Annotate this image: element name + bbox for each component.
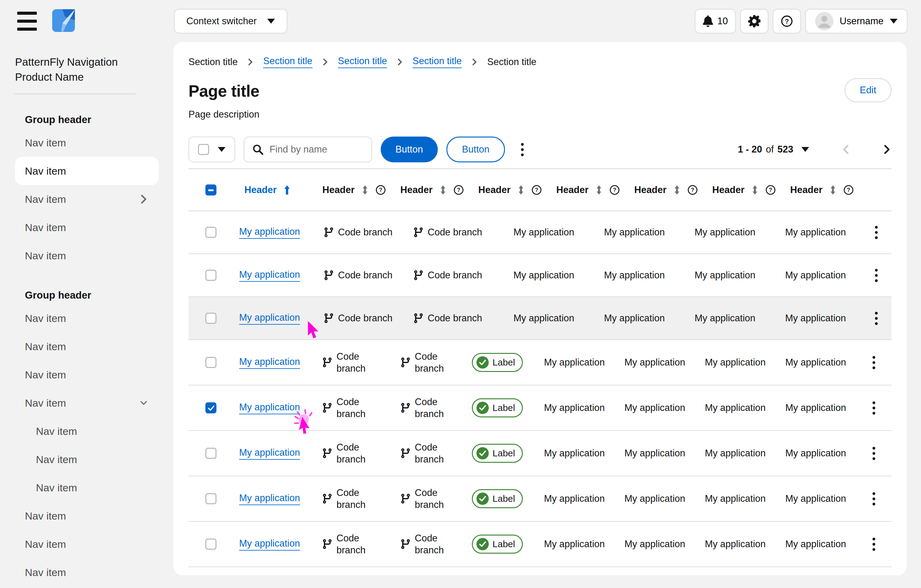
nav-item-label: Nav item: [25, 165, 66, 177]
application-link[interactable]: My application: [239, 269, 300, 282]
row-kebab-button[interactable]: [867, 397, 881, 419]
next-page-button[interactable]: [882, 145, 892, 154]
code-branch-cell: Code branch: [390, 351, 460, 374]
sidebar-nav-item[interactable]: Nav item: [15, 304, 159, 332]
code-branch-cell: Code branch: [390, 396, 460, 420]
prev-page-button[interactable]: [841, 145, 850, 154]
row-kebab-button[interactable]: [869, 265, 883, 286]
context-switcher[interactable]: Context switcher: [174, 9, 287, 33]
help-button[interactable]: ?: [773, 9, 801, 33]
bulk-select-dropdown[interactable]: [189, 136, 235, 162]
nav-toggle-button[interactable]: [17, 12, 39, 31]
column-header[interactable]: Header?: [545, 184, 623, 195]
sort-icon: [674, 185, 680, 195]
chevron-down-icon[interactable]: [140, 398, 147, 408]
row-checkbox[interactable]: [205, 493, 216, 504]
code-branch-cell: Code branch: [319, 227, 409, 238]
settings-button[interactable]: [740, 9, 768, 33]
nav-item-label: Nav item: [36, 453, 77, 466]
column-header[interactable]: Header?: [467, 184, 545, 195]
sidebar-nav-item[interactable]: Nav item: [15, 128, 159, 157]
column-header[interactable]: Header?: [779, 184, 857, 195]
sidebar-nav-item[interactable]: Nav item: [15, 502, 159, 530]
row-checkbox[interactable]: [205, 227, 216, 238]
row-actions-cell: [856, 488, 892, 510]
breadcrumb-link[interactable]: Section title: [338, 55, 387, 68]
column-header-label: Header: [556, 184, 589, 195]
sidebar-nav-item[interactable]: Nav item: [15, 389, 159, 417]
column-help-icon[interactable]: ?: [531, 185, 542, 195]
row-kebab-button[interactable]: [867, 488, 881, 510]
code-branch-icon: [414, 313, 423, 323]
user-menu[interactable]: Username: [805, 9, 908, 33]
row-checkbox[interactable]: [205, 402, 216, 413]
application-link-cell: My application: [233, 447, 318, 460]
application-text: My application: [785, 402, 846, 413]
application-link[interactable]: My application: [239, 402, 300, 414]
application-text-cell: My application: [499, 227, 589, 238]
sidebar-subnav-item[interactable]: Nav item: [15, 474, 159, 502]
row-checkbox[interactable]: [205, 270, 216, 281]
sidebar-nav-item[interactable]: Nav item: [15, 213, 159, 242]
label-cell: Label: [460, 534, 534, 554]
search-input[interactable]: [269, 144, 363, 155]
sidebar-subnav-item[interactable]: Nav item: [15, 417, 159, 445]
column-help-icon[interactable]: ?: [609, 185, 620, 195]
application-text-cell: My application: [770, 227, 861, 238]
breadcrumb-link[interactable]: Section title: [263, 55, 312, 68]
row-kebab-button[interactable]: [867, 443, 881, 465]
application-link[interactable]: My application: [239, 492, 300, 505]
nav-item-label: Nav item: [25, 193, 66, 205]
application-link[interactable]: My application: [239, 356, 300, 369]
row-kebab-button[interactable]: [867, 533, 881, 555]
application-text-cell: My application: [680, 270, 770, 281]
row-checkbox[interactable]: [205, 313, 216, 324]
primary-button[interactable]: Button: [381, 136, 438, 162]
column-help-icon[interactable]: ?: [454, 185, 464, 195]
row-kebab-button[interactable]: [867, 352, 881, 374]
code-branch-icon: [323, 448, 332, 458]
row-checkbox[interactable]: [205, 539, 216, 550]
row-checkbox[interactable]: [205, 448, 216, 459]
sidebar-nav-item[interactable]: Nav item: [15, 242, 159, 270]
secondary-button[interactable]: Button: [446, 136, 505, 162]
application-link[interactable]: My application: [239, 447, 300, 460]
status-label: Label: [472, 489, 522, 508]
column-help-icon[interactable]: ?: [843, 185, 854, 195]
sidebar-nav-item[interactable]: Nav item: [15, 530, 159, 558]
column-header[interactable]: Header?: [389, 184, 467, 195]
sidebar-nav-item[interactable]: Nav item: [15, 157, 159, 185]
edit-button[interactable]: Edit: [845, 78, 892, 102]
bulk-select-checkbox[interactable]: [198, 144, 209, 155]
application-link-cell: My application: [233, 356, 318, 369]
sidebar-nav-item[interactable]: Nav item: [15, 185, 159, 213]
pagination-menu-caret[interactable]: [801, 147, 809, 152]
sidebar-nav-item[interactable]: Nav item: [15, 332, 159, 361]
application-link[interactable]: My application: [239, 226, 300, 239]
column-help-icon[interactable]: ?: [687, 185, 698, 195]
row-kebab-button[interactable]: [869, 307, 883, 329]
column-help-icon[interactable]: ?: [376, 185, 386, 195]
select-all-checkbox[interactable]: [205, 184, 216, 195]
column-header[interactable]: Header: [233, 184, 311, 195]
column-header[interactable]: Header?: [701, 184, 779, 195]
row-select-cell: [189, 539, 233, 550]
sidebar-nav-item[interactable]: Nav item: [15, 361, 159, 389]
row-checkbox[interactable]: [205, 357, 216, 368]
code-branch-label: Code branch: [337, 351, 374, 374]
application-text: My application: [785, 539, 846, 549]
column-header[interactable]: Header?: [623, 184, 701, 195]
table-row: My applicationCode branchCode branchLabe…: [189, 522, 892, 567]
username-label: Username: [840, 16, 884, 27]
row-kebab-button[interactable]: [869, 222, 883, 244]
toolbar-kebab-button[interactable]: [516, 139, 529, 161]
breadcrumb-link[interactable]: Section title: [413, 55, 462, 68]
column-header[interactable]: Header?: [311, 184, 389, 195]
notifications-button[interactable]: 10: [695, 9, 736, 33]
application-link[interactable]: My application: [239, 312, 300, 325]
column-help-icon[interactable]: ?: [765, 185, 776, 195]
sidebar-subnav-item[interactable]: Nav item: [15, 445, 159, 474]
sidebar-nav-item[interactable]: Nav item: [15, 558, 159, 586]
application-link[interactable]: My application: [239, 538, 300, 551]
chevron-right-icon[interactable]: [140, 195, 147, 204]
